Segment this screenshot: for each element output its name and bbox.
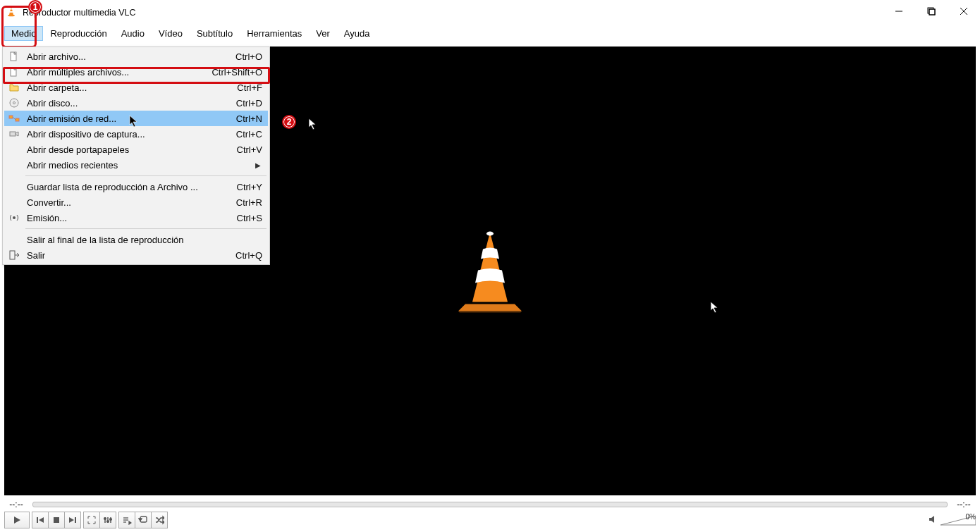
menu-video[interactable]: Vídeo — [152, 26, 190, 41]
svg-marker-46 — [929, 516, 934, 523]
menu-subtitulo[interactable]: Subtítulo — [190, 26, 240, 41]
menu-item-abrir-medios-recientes[interactable]: Abrir medios recientes▶ — [4, 157, 268, 173]
svg-rect-21 — [16, 118, 19, 121]
menu-item-abrir-disco[interactable]: Abrir disco...Ctrl+D — [4, 95, 268, 111]
svg-marker-27 — [14, 516, 20, 524]
svg-marker-10 — [458, 304, 522, 311]
menu-item-label: Abrir múltiples archivos... — [27, 67, 212, 78]
loop-button[interactable] — [135, 512, 152, 528]
menu-item-emisi-n[interactable]: Emisión...Ctrl+S — [4, 210, 268, 225]
menu-item-label: Abrir disco... — [27, 98, 236, 109]
menu-herramientas[interactable]: Herramientas — [240, 26, 309, 41]
menu-ver[interactable]: Ver — [309, 26, 337, 41]
stop-button[interactable] — [48, 512, 65, 528]
menu-item-label: Abrir medios recientes — [27, 160, 262, 171]
menu-audio[interactable]: Audio — [114, 26, 152, 41]
svg-rect-2 — [10, 8, 13, 10]
svg-marker-0 — [9, 6, 13, 15]
menu-item-label: Abrir desde portapapeles — [27, 144, 237, 155]
menu-item-shortcut: Ctrl+C — [236, 129, 262, 140]
svg-point-13 — [486, 231, 494, 235]
svg-line-22 — [13, 117, 16, 120]
file-icon — [8, 51, 20, 62]
maximize-button[interactable] — [915, 0, 948, 23]
extended-settings-button[interactable] — [99, 512, 116, 528]
menu-item-label: Emisión... — [27, 213, 237, 223]
menu-item-label: Convertir... — [27, 197, 236, 208]
menu-ayuda[interactable]: Ayuda — [337, 26, 377, 41]
menu-item-label: Abrir dispositivo de captura... — [27, 129, 236, 140]
menu-item-shortcut: Ctrl+R — [236, 197, 262, 208]
medio-dropdown-menu: Abrir archivo...Ctrl+OAbrir múltiples ar… — [2, 47, 270, 265]
playlist-button[interactable] — [118, 512, 135, 528]
svg-point-25 — [13, 216, 16, 219]
menu-item-shortcut: Ctrl+S — [237, 213, 262, 223]
net-icon — [8, 113, 20, 124]
menu-item-abrir-emisi-n-de-red[interactable]: Abrir emisión de red...Ctrl+N — [4, 111, 268, 126]
menu-item-salir[interactable]: SalirCtrl+Q — [4, 247, 268, 263]
play-button[interactable] — [4, 512, 30, 528]
menu-separator — [25, 228, 267, 229]
svg-rect-32 — [75, 517, 76, 523]
menu-item-abrir-m-ltiples-archivos[interactable]: Abrir múltiples archivos...Ctrl+Shift+O — [4, 64, 268, 80]
menu-item-label: Salir al final de la lista de reproducci… — [27, 235, 262, 245]
chevron-right-icon: ▶ — [255, 161, 261, 169]
svg-marker-43 — [139, 519, 142, 521]
svg-point-37 — [107, 521, 109, 523]
menu-reproduccion[interactable]: Reproducción — [43, 26, 114, 41]
cam-icon — [8, 128, 20, 140]
vlc-logo-icon — [451, 228, 529, 314]
menu-item-abrir-carpeta[interactable]: Abrir carpeta...Ctrl+F — [4, 80, 268, 95]
svg-marker-12 — [472, 232, 508, 302]
next-button[interactable] — [64, 512, 81, 528]
file-icon — [8, 66, 20, 78]
volume-slider[interactable]: 0% — [941, 514, 976, 526]
svg-point-1 — [8, 14, 15, 16]
menu-separator — [25, 175, 267, 176]
svg-marker-31 — [69, 517, 74, 523]
menu-item-convertir[interactable]: Convertir...Ctrl+R — [4, 194, 268, 210]
menu-bar: Medio Reproducción Audio Vídeo Subtítulo… — [0, 25, 980, 42]
menu-item-salir-al-final-de-la-lista-de-reproducci-n[interactable]: Salir al final de la lista de reproducci… — [4, 232, 268, 247]
svg-rect-6 — [929, 9, 935, 15]
menu-item-label: Guardar lista de reproducción a Archivo … — [27, 182, 237, 192]
menu-item-label: Abrir emisión de red... — [27, 113, 236, 124]
mute-icon[interactable] — [928, 514, 938, 526]
svg-marker-45 — [163, 521, 164, 524]
exit-icon — [8, 249, 20, 261]
volume-percent: 0% — [966, 513, 976, 521]
menu-item-shortcut: Ctrl+N — [236, 113, 262, 124]
folder-icon — [8, 82, 20, 93]
shuffle-button[interactable] — [151, 512, 168, 528]
svg-rect-26 — [10, 251, 15, 259]
menu-item-label: Abrir carpeta... — [27, 82, 237, 93]
menu-item-shortcut: Ctrl+D — [236, 98, 262, 109]
menu-item-shortcut: Ctrl+Q — [235, 250, 262, 261]
svg-rect-28 — [37, 517, 38, 523]
menu-item-shortcut: Ctrl+F — [237, 82, 262, 93]
disc-icon — [8, 97, 20, 109]
fullscreen-button[interactable] — [83, 512, 100, 528]
svg-rect-23 — [10, 132, 16, 136]
svg-marker-44 — [163, 516, 164, 519]
menu-item-abrir-desde-portapapeles[interactable]: Abrir desde portapapelesCtrl+V — [4, 142, 268, 157]
seek-bar-row: --:-- --:-- — [4, 498, 976, 511]
minimize-button[interactable] — [883, 0, 915, 23]
previous-button[interactable] — [32, 512, 49, 528]
menu-item-shortcut: Ctrl+V — [237, 144, 262, 155]
svg-rect-30 — [54, 517, 59, 523]
close-button[interactable] — [948, 0, 980, 23]
menu-item-abrir-dispositivo-de-captura[interactable]: Abrir dispositivo de captura...Ctrl+C — [4, 126, 268, 142]
annotation-number-2: 2 — [282, 115, 296, 129]
window-controls — [883, 0, 980, 23]
menu-medio[interactable]: Medio — [4, 26, 43, 41]
annotation-number-1: 1 — [28, 0, 42, 14]
menu-item-guardar-lista-de-reproducci-n-a-archivo[interactable]: Guardar lista de reproducción a Archivo … — [4, 179, 268, 194]
seek-slider[interactable] — [32, 502, 948, 507]
menu-item-abrir-archivo[interactable]: Abrir archivo...Ctrl+O — [4, 49, 268, 64]
menu-item-shortcut: Ctrl+Y — [237, 182, 262, 192]
time-elapsed: --:-- — [4, 500, 28, 509]
controls-toolbar: 0% — [4, 511, 976, 529]
menu-item-label: Salir — [27, 250, 235, 261]
svg-marker-24 — [16, 132, 18, 136]
